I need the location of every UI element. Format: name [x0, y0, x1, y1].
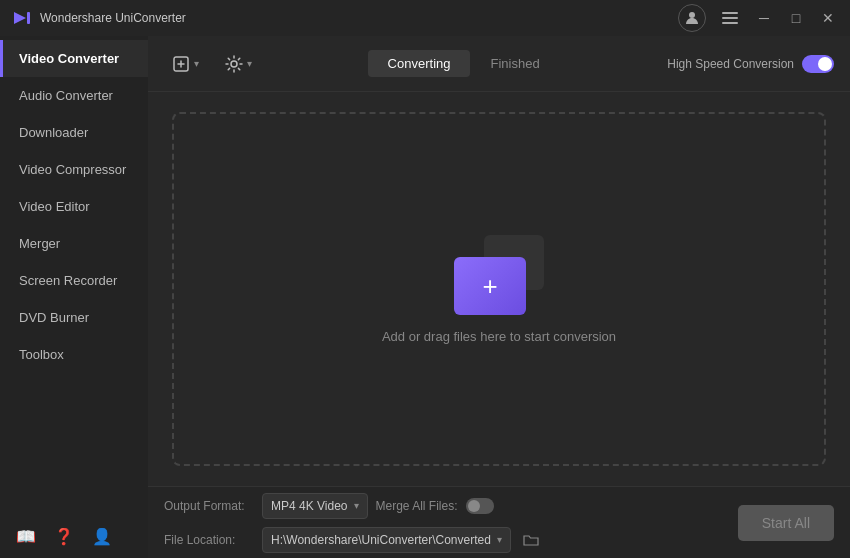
title-bar-left: Wondershare UniConverter	[12, 8, 186, 28]
sidebar-item-merger[interactable]: Merger	[0, 225, 148, 262]
sidebar-item-video-editor[interactable]: Video Editor	[0, 188, 148, 225]
help-book-icon[interactable]: 📖	[16, 527, 36, 546]
svg-point-4	[231, 61, 237, 67]
format-chevron: ▾	[247, 58, 252, 69]
format-icon	[225, 55, 243, 73]
high-speed-label: High Speed Conversion	[667, 57, 794, 71]
add-file-chevron: ▾	[194, 58, 199, 69]
bottom-bar: Output Format: MP4 4K Video ▾ Merge All …	[148, 486, 850, 558]
sidebar: Video Converter Audio Converter Download…	[0, 36, 148, 558]
output-format-row: Output Format: MP4 4K Video ▾ Merge All …	[164, 493, 722, 519]
high-speed-toggle[interactable]	[802, 55, 834, 73]
app-icon	[12, 8, 32, 28]
add-file-icon	[172, 55, 190, 73]
open-folder-icon	[523, 532, 539, 548]
output-format-select[interactable]: MP4 4K Video ▾	[262, 493, 368, 519]
start-all-button[interactable]: Start All	[738, 505, 834, 541]
main-layout: Video Converter Audio Converter Download…	[0, 36, 850, 558]
user-icon[interactable]: 👤	[92, 527, 112, 546]
sidebar-item-downloader[interactable]: Downloader	[0, 114, 148, 151]
svg-marker-0	[14, 12, 26, 24]
format-settings-button[interactable]: ▾	[217, 50, 260, 78]
sidebar-bottom: 📖 ❓ 👤	[0, 515, 148, 558]
svg-rect-1	[27, 12, 30, 24]
sidebar-item-audio-converter[interactable]: Audio Converter	[0, 77, 148, 114]
folder-plus-icon: +	[482, 273, 497, 299]
file-location-input[interactable]: H:\Wondershare\UniConverter\Converted ▾	[262, 527, 511, 553]
toolbar: ▾ ▾ Converting Finished High Speed Conve…	[148, 36, 850, 92]
sidebar-item-dvd-burner[interactable]: DVD Burner	[0, 299, 148, 336]
drop-zone[interactable]: + Add or drag files here to start conver…	[172, 112, 826, 466]
content-area: ▾ ▾ Converting Finished High Speed Conve…	[148, 36, 850, 558]
location-caret-icon: ▾	[497, 534, 502, 545]
tab-converting[interactable]: Converting	[368, 50, 471, 77]
file-location-row: File Location: H:\Wondershare\UniConvert…	[164, 527, 722, 553]
profile-icon[interactable]	[678, 4, 706, 32]
toolbar-left: ▾ ▾	[164, 50, 260, 78]
merge-files-label: Merge All Files:	[376, 499, 458, 513]
file-location-label: File Location:	[164, 533, 254, 547]
title-bar: Wondershare UniConverter ─ □ ✕	[0, 0, 850, 36]
question-icon[interactable]: ❓	[54, 527, 74, 546]
close-button[interactable]: ✕	[818, 8, 838, 28]
sidebar-item-toolbox[interactable]: Toolbox	[0, 336, 148, 373]
maximize-button[interactable]: □	[786, 8, 806, 28]
tab-finished[interactable]: Finished	[470, 50, 559, 77]
hamburger-menu[interactable]	[718, 8, 742, 28]
folder-icon: +	[454, 235, 544, 315]
toolbar-center: Converting Finished	[272, 50, 655, 77]
minimize-button[interactable]: ─	[754, 8, 774, 28]
output-format-label: Output Format:	[164, 499, 254, 513]
sidebar-item-video-converter[interactable]: Video Converter	[0, 40, 148, 77]
sidebar-item-screen-recorder[interactable]: Screen Recorder	[0, 262, 148, 299]
add-file-button[interactable]: ▾	[164, 50, 207, 78]
drop-zone-text: Add or drag files here to start conversi…	[382, 329, 616, 344]
sidebar-item-video-compressor[interactable]: Video Compressor	[0, 151, 148, 188]
toolbar-right: High Speed Conversion	[667, 55, 834, 73]
format-caret-icon: ▾	[354, 500, 359, 511]
title-bar-right: ─ □ ✕	[678, 4, 838, 32]
folder-front: +	[454, 257, 526, 315]
svg-point-2	[689, 12, 695, 18]
open-folder-button[interactable]	[519, 528, 543, 552]
bottom-left: Output Format: MP4 4K Video ▾ Merge All …	[164, 493, 722, 553]
merge-files-toggle[interactable]	[466, 498, 494, 514]
app-title: Wondershare UniConverter	[40, 11, 186, 25]
